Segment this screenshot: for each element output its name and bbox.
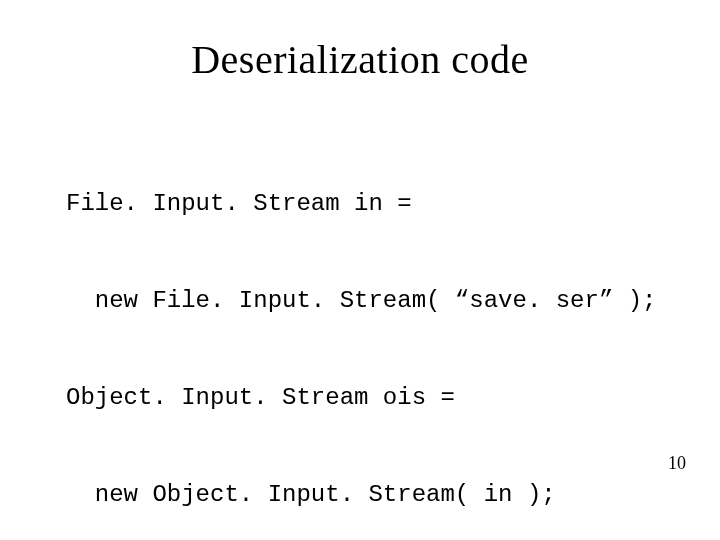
code-block: File. Input. Stream in = new File. Input…: [66, 123, 660, 540]
page-number: 10: [668, 453, 686, 474]
code-line: Object. Input. Stream ois =: [66, 382, 660, 414]
slide: Deserialization code File. Input. Stream…: [0, 0, 720, 540]
code-line: new File. Input. Stream( “save. ser” );: [66, 285, 660, 317]
slide-title: Deserialization code: [60, 36, 660, 83]
code-line: new Object. Input. Stream( in );: [66, 479, 660, 511]
code-line: File. Input. Stream in =: [66, 188, 660, 220]
